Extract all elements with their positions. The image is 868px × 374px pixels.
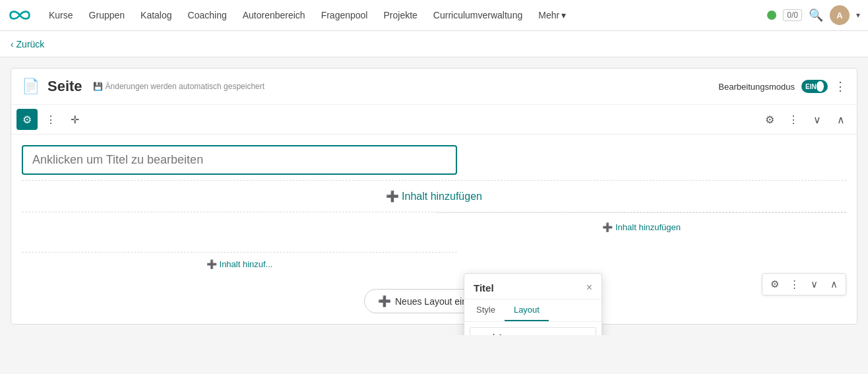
score-badge: 0/0 xyxy=(783,9,802,21)
right-toolbar: ⚙ ⋮ ∨ ∧ xyxy=(762,273,846,296)
add-content-label: Inhalt hinzufügen xyxy=(402,191,482,203)
add-content-row[interactable]: ➕ Inhalt hinzufügen xyxy=(22,180,846,212)
avatar-chevron-icon[interactable]: ▾ xyxy=(856,11,860,20)
logo[interactable] xyxy=(8,3,32,27)
toggle-label: EIN xyxy=(805,83,817,90)
nav-coaching[interactable]: Coaching xyxy=(181,0,233,31)
back-link[interactable]: ‹ Zurück xyxy=(11,39,44,49)
add-content-bottom-plus-icon: ➕ xyxy=(206,259,217,269)
toolbar-row: ⚙ ⋮ ✛ ⚙ ⋮ ∨ ∧ xyxy=(11,105,857,135)
nav-projekte[interactable]: Projekte xyxy=(377,0,423,31)
autosave-text: 💾 Änderungen werden automatisch gespeich… xyxy=(93,82,265,91)
nav-kurse[interactable]: Kurse xyxy=(42,0,80,31)
rt-dots-button[interactable]: ⋮ xyxy=(785,275,803,294)
page-more-button[interactable]: ⋮ xyxy=(834,79,846,94)
titel-popup-close-button[interactable]: × xyxy=(586,282,592,294)
titel-popup-header: Titel × xyxy=(464,274,602,299)
chevron-down-button[interactable]: ∨ xyxy=(807,109,828,130)
gear-right-button[interactable]: ⚙ xyxy=(759,109,780,130)
add-content-plus-icon: ➕ xyxy=(386,190,399,203)
titel-popup-tabs: Style Layout xyxy=(464,299,602,322)
titel-popup-title: Titel xyxy=(474,282,494,294)
new-layout-row: ➕ Neues Layout einfügen xyxy=(11,281,857,324)
nav-menu: Kurse Gruppen Katalog Coaching Autorenbe… xyxy=(42,0,767,31)
tab-style[interactable]: Style xyxy=(467,299,505,321)
main-content: 📄 Seite 💾 Änderungen werden automatisch … xyxy=(0,57,868,335)
editor-area: ➕ Inhalt hinzufügen ➕ Inhalt hinzufügen … xyxy=(11,135,857,281)
save-icon: 💾 xyxy=(93,82,103,91)
add-content-row-right[interactable]: ➕ Inhalt hinzufügen xyxy=(437,212,846,241)
back-bar: ‹ Zurück xyxy=(0,31,868,57)
nav-fragenpool[interactable]: Fragenpool xyxy=(315,0,375,31)
chevron-up-button[interactable]: ∧ xyxy=(830,109,852,130)
move-toolbar-button[interactable]: ✛ xyxy=(64,109,85,130)
heading-option-h1[interactable]: h1 xyxy=(470,328,596,335)
toggle-knob xyxy=(817,81,824,92)
nav-autorenbereich[interactable]: Autorenbereich xyxy=(236,0,312,31)
rt-chevron-down-button[interactable]: ∨ xyxy=(805,275,823,294)
editor-popup-area: ⚙ ⋮ ✛ ⚙ ⋮ ∨ ∧ ➕ Inhalt hinzufügen xyxy=(11,105,857,324)
heading-options-list: h1 h2 ✓ h3 h4 xyxy=(470,327,596,335)
dots-right-button[interactable]: ⋮ xyxy=(783,109,804,130)
nav-curriculumverwaltung[interactable]: Curriculumverwaltung xyxy=(427,0,529,31)
rt-gear-button[interactable]: ⚙ xyxy=(765,275,784,294)
nav-gruppen[interactable]: Gruppen xyxy=(82,0,131,31)
edit-mode-label: Bearbeitungsmodus xyxy=(718,82,795,92)
page-title: Seite xyxy=(47,78,82,95)
page-card-header: 📄 Seite 💾 Änderungen werden automatisch … xyxy=(11,69,857,105)
new-layout-plus-icon: ➕ xyxy=(378,295,391,307)
rt-chevron-up-button[interactable]: ∧ xyxy=(824,275,843,294)
edit-mode-toggle[interactable]: EIN xyxy=(801,80,828,93)
mehr-chevron-icon: ▾ xyxy=(561,10,566,20)
add-content-right-label: Inhalt hinzufügen xyxy=(615,222,681,232)
title-input[interactable] xyxy=(22,145,457,175)
status-indicator xyxy=(767,11,776,20)
page-icon: 📄 xyxy=(22,78,40,95)
settings-toolbar-button[interactable]: ⚙ xyxy=(16,109,38,130)
add-content-right-plus-icon: ➕ xyxy=(602,222,613,232)
toolbar-right: ⚙ ⋮ ∨ ∧ xyxy=(759,109,852,130)
add-content-bottom-label: Inhalt hinzuf... xyxy=(220,259,273,269)
titel-popup: Titel × Style Layout h1 xyxy=(464,273,602,335)
nav-mehr[interactable]: Mehr ▾ xyxy=(532,0,573,31)
more-toolbar-button[interactable]: ⋮ xyxy=(40,109,61,130)
nav-katalog[interactable]: Katalog xyxy=(134,0,178,31)
tab-layout[interactable]: Layout xyxy=(505,299,549,321)
add-content-bottom-row[interactable]: ➕ Inhalt hinzuf... xyxy=(22,252,457,270)
search-button[interactable]: 🔍 xyxy=(809,8,823,22)
page-card-header-right: Bearbeitungsmodus EIN ⋮ xyxy=(718,79,846,94)
toolbar-left: ⚙ ⋮ ✛ xyxy=(16,109,85,130)
heading-option-h1-label: h1 xyxy=(493,332,503,335)
page-card: 📄 Seite 💾 Änderungen werden automatisch … xyxy=(11,68,857,325)
avatar[interactable]: A xyxy=(830,5,850,25)
navbar: Kurse Gruppen Katalog Coaching Autorenbe… xyxy=(0,0,868,31)
navbar-right: 0/0 🔍 A ▾ xyxy=(767,5,860,25)
